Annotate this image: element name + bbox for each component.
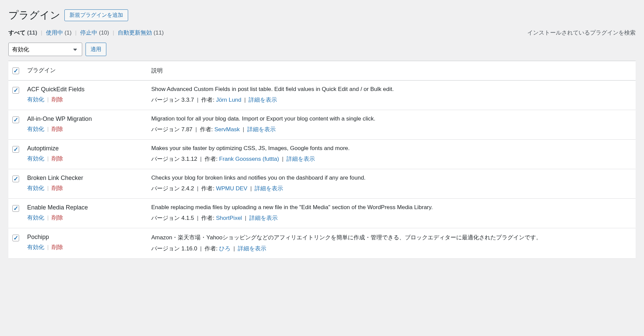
row-checkbox[interactable] bbox=[12, 235, 19, 241]
filter-active[interactable]: 使用中 (1) bbox=[46, 30, 72, 36]
column-header-plugin[interactable]: プラグイン bbox=[23, 61, 147, 81]
plugin-name: Autoptimize bbox=[27, 145, 143, 152]
plugin-meta: バージョン 3.1.12 | 作者: Frank Goossens (futtt… bbox=[151, 155, 632, 163]
author-link[interactable]: Frank Goossens (futtta) bbox=[219, 156, 279, 162]
plugin-meta: バージョン 3.3.7 | 作者: Jörn Lund | 詳細を表示 bbox=[151, 96, 632, 104]
author-link[interactable]: ShortPixel bbox=[216, 215, 242, 221]
plugin-meta: バージョン 4.1.5 | 作者: ShortPixel | 詳細を表示 bbox=[151, 214, 632, 222]
column-header-description[interactable]: 説明 bbox=[147, 61, 636, 81]
delete-link[interactable]: 削除 bbox=[52, 126, 63, 132]
author-link[interactable]: WPMU DEV bbox=[216, 185, 248, 192]
activate-link[interactable]: 有効化 bbox=[27, 185, 44, 191]
plugin-name: Broken Link Checker bbox=[27, 175, 143, 182]
filter-inactive[interactable]: 停止中 (10) bbox=[80, 30, 109, 36]
plugin-name: Enable Media Replace bbox=[27, 204, 143, 211]
table-row: ACF QuickEdit Fields 有効化 | 削除 Show Advan… bbox=[8, 81, 636, 110]
author-link[interactable]: Jörn Lund bbox=[216, 97, 241, 103]
table-row: Autoptimize 有効化 | 削除 Makes your site fas… bbox=[8, 140, 636, 169]
delete-link[interactable]: 削除 bbox=[52, 155, 63, 162]
filter-links: すべて (11) | 使用中 (1) | 停止中 (10) | 自動更新無効 (… bbox=[8, 29, 164, 37]
table-row: All-in-One WP Migration 有効化 | 削除 Migrati… bbox=[8, 110, 636, 140]
plugin-name: All-in-One WP Migration bbox=[27, 115, 143, 123]
details-link[interactable]: 詳細を表示 bbox=[249, 215, 278, 221]
author-link[interactable]: ServMask bbox=[214, 126, 240, 133]
details-link[interactable]: 詳細を表示 bbox=[249, 97, 277, 103]
row-checkbox[interactable] bbox=[12, 176, 19, 182]
plugin-name: Pochipp bbox=[27, 234, 143, 241]
details-link[interactable]: 詳細を表示 bbox=[238, 245, 266, 252]
page-title: プラグイン bbox=[8, 8, 60, 22]
details-link[interactable]: 詳細を表示 bbox=[247, 126, 276, 133]
details-link[interactable]: 詳細を表示 bbox=[286, 156, 315, 162]
plugin-meta: バージョン 1.16.0 | 作者: ひろ | 詳細を表示 bbox=[151, 245, 632, 252]
plugin-description: Amazon・楽天市場・Yahooショッピングなどのアフィリエイトリンクを簡単に… bbox=[151, 234, 632, 241]
activate-link[interactable]: 有効化 bbox=[27, 244, 44, 250]
delete-link[interactable]: 削除 bbox=[52, 214, 63, 221]
search-plugins-label[interactable]: インストールされているプラグインを検索 bbox=[527, 29, 636, 37]
plugin-description: Migration tool for all your blog data. I… bbox=[151, 115, 632, 122]
table-row: Pochipp 有効化 | 削除 Amazon・楽天市場・Yahooショッピング… bbox=[8, 228, 636, 259]
plugin-meta: バージョン 7.87 | 作者: ServMask | 詳細を表示 bbox=[151, 126, 632, 133]
plugin-description: Enable replacing media files by uploadin… bbox=[151, 204, 632, 211]
plugin-meta: バージョン 2.4.2 | 作者: WPMU DEV | 詳細を表示 bbox=[151, 185, 632, 192]
author-link[interactable]: ひろ bbox=[219, 245, 230, 252]
filter-autoupdate-disabled[interactable]: 自動更新無効 (11) bbox=[118, 30, 164, 36]
table-row: Broken Link Checker 有効化 | 削除 Checks your… bbox=[8, 169, 636, 199]
delete-link[interactable]: 削除 bbox=[52, 96, 63, 103]
row-checkbox[interactable] bbox=[12, 146, 19, 153]
bulk-apply-button[interactable]: 適用 bbox=[86, 43, 106, 56]
activate-link[interactable]: 有効化 bbox=[27, 214, 44, 221]
plugin-description: Checks your blog for broken links and no… bbox=[151, 175, 632, 181]
details-link[interactable]: 詳細を表示 bbox=[255, 185, 283, 192]
row-checkbox[interactable] bbox=[12, 205, 19, 212]
delete-link[interactable]: 削除 bbox=[52, 185, 63, 191]
activate-link[interactable]: 有効化 bbox=[27, 155, 44, 162]
plugin-description: Show Advanced Custom Fields in post list… bbox=[151, 86, 632, 93]
delete-link[interactable]: 削除 bbox=[52, 244, 63, 250]
activate-link[interactable]: 有効化 bbox=[27, 126, 44, 132]
select-all-checkbox[interactable] bbox=[12, 67, 19, 74]
plugins-table: プラグイン 説明 ACF QuickEdit Fields 有効化 | 削除 S… bbox=[8, 61, 636, 259]
bulk-action-select[interactable]: 有効化 bbox=[8, 43, 82, 56]
plugin-description: Makes your site faster by optimizing CSS… bbox=[151, 145, 632, 152]
plugin-name: ACF QuickEdit Fields bbox=[27, 86, 143, 93]
activate-link[interactable]: 有効化 bbox=[27, 96, 44, 103]
row-checkbox[interactable] bbox=[12, 116, 19, 123]
filter-all[interactable]: すべて (11) bbox=[8, 30, 37, 36]
add-new-plugin-button[interactable]: 新規プラグインを追加 bbox=[64, 9, 128, 21]
row-checkbox[interactable] bbox=[12, 87, 19, 94]
table-row: Enable Media Replace 有効化 | 削除 Enable rep… bbox=[8, 199, 636, 228]
